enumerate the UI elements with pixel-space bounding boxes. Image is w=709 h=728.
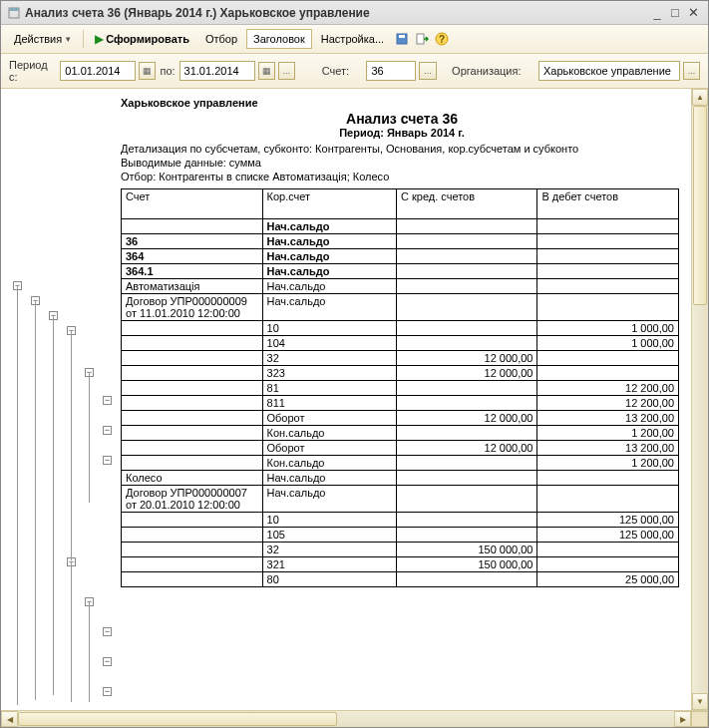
period-to-label: по: xyxy=(160,65,175,77)
cell-coraccount: 321 xyxy=(262,557,396,572)
tree-toggle[interactable]: − xyxy=(103,456,112,465)
cell-account xyxy=(122,426,263,441)
vertical-scrollbar[interactable]: ▲ ▼ xyxy=(691,89,708,710)
maximize-button[interactable]: □ xyxy=(666,5,684,20)
cell-debit xyxy=(537,557,679,572)
cell-coraccount: Оборот xyxy=(262,441,396,456)
cell-account xyxy=(122,513,263,528)
tree-toggle[interactable]: − xyxy=(103,426,112,435)
table-header-row: Счет Кор.счет С кред. счетов В дебет сче… xyxy=(122,189,679,219)
col-debit: В дебет счетов xyxy=(537,189,679,219)
cell-debit: 1 000,00 xyxy=(537,336,679,351)
cell-coraccount: Нач.сальдо xyxy=(262,486,396,513)
period-from-field[interactable] xyxy=(60,61,136,81)
scroll-track[interactable] xyxy=(692,106,708,693)
table-row: 32312 000,00 xyxy=(122,366,679,381)
cell-account xyxy=(122,411,263,426)
cell-debit xyxy=(537,543,679,557)
period-from-label: Период с: xyxy=(9,59,56,83)
cell-debit xyxy=(537,471,679,486)
cell-coraccount: Нач.сальдо xyxy=(262,264,396,279)
cell-account xyxy=(122,528,263,543)
export-icon[interactable] xyxy=(413,30,431,48)
scroll-left-button[interactable]: ◀ xyxy=(1,711,18,727)
scroll-down-button[interactable]: ▼ xyxy=(692,693,708,710)
tree-toggle[interactable]: − xyxy=(103,657,112,666)
help-icon[interactable]: ? xyxy=(433,30,451,48)
cell-coraccount: Нач.сальдо xyxy=(262,471,396,486)
col-account: Счет xyxy=(122,189,263,219)
cell-credit xyxy=(396,234,537,249)
tree-gutter: − − − − − − − − − − − − − xyxy=(1,89,121,710)
table-row: 81112 200,00 xyxy=(122,396,679,411)
actions-menu[interactable]: Действия▼ xyxy=(7,29,79,49)
cell-credit xyxy=(396,456,537,471)
cell-account: Договор УПР000000007 от 20.01.2010 12:00… xyxy=(122,486,263,513)
cell-account xyxy=(122,543,263,557)
org-input[interactable] xyxy=(539,63,679,79)
tree-toggle[interactable]: − xyxy=(103,627,112,636)
close-button[interactable]: ✕ xyxy=(684,5,702,20)
cell-debit: 12 200,00 xyxy=(537,396,679,411)
cell-account xyxy=(122,336,263,351)
scroll-thumb[interactable] xyxy=(693,106,707,305)
svg-rect-3 xyxy=(399,35,405,38)
calendar-to-button[interactable]: ▦ xyxy=(258,62,275,80)
settings-button[interactable]: Настройка... xyxy=(314,29,391,49)
header-label: Заголовок xyxy=(253,33,305,45)
cell-coraccount: 811 xyxy=(262,396,396,411)
col-coraccount: Кор.счет xyxy=(262,189,396,219)
cell-credit: 150 000,00 xyxy=(396,543,537,557)
cell-debit: 1 000,00 xyxy=(537,321,679,336)
org-label: Организация: xyxy=(452,65,521,77)
cell-credit xyxy=(396,486,537,513)
report-area: Харьковское управление Анализ счета 36 П… xyxy=(121,89,691,710)
cell-coraccount: Нач.сальдо xyxy=(262,234,396,249)
cell-coraccount: 105 xyxy=(262,528,396,543)
account-input[interactable] xyxy=(367,63,415,79)
table-row: 8025 000,00 xyxy=(122,572,679,587)
cell-coraccount: 32 xyxy=(262,543,396,557)
cell-coraccount: Кон.сальдо xyxy=(262,426,396,441)
org-select-button[interactable]: ... xyxy=(683,62,700,80)
tree-toggle[interactable]: − xyxy=(103,687,112,696)
period-to-input[interactable] xyxy=(180,63,254,79)
period-select-button[interactable]: ... xyxy=(278,62,295,80)
cell-debit: 125 000,00 xyxy=(537,513,679,528)
cell-debit: 1 200,00 xyxy=(537,426,679,441)
period-from-input[interactable] xyxy=(61,63,135,79)
cell-coraccount: 323 xyxy=(262,366,396,381)
cell-debit xyxy=(537,294,679,321)
scroll-thumb-h[interactable] xyxy=(18,712,337,726)
form-button[interactable]: ▶Сформировать xyxy=(88,28,196,50)
cell-credit xyxy=(396,321,537,336)
filter-button[interactable]: Отбор xyxy=(198,29,244,49)
minimize-button[interactable]: _ xyxy=(648,5,666,20)
window-title: Анализ счета 36 (Январь 2014 г.) Харьков… xyxy=(25,6,648,20)
report-title: Анализ счета 36 xyxy=(121,111,683,127)
header-button[interactable]: Заголовок xyxy=(246,29,312,49)
table-row: КолесоНач.сальдо xyxy=(122,471,679,486)
scroll-up-button[interactable]: ▲ xyxy=(692,89,708,106)
account-select-button[interactable]: ... xyxy=(419,62,436,80)
cell-credit xyxy=(396,528,537,543)
account-field[interactable] xyxy=(366,61,416,81)
cell-credit xyxy=(396,264,537,279)
cell-coraccount: 10 xyxy=(262,513,396,528)
cell-debit: 13 200,00 xyxy=(537,411,679,426)
scroll-right-button[interactable]: ▶ xyxy=(674,711,691,727)
tree-toggle[interactable]: − xyxy=(103,396,112,405)
cell-account: Автоматизація xyxy=(122,279,263,294)
table-row: 8112 200,00 xyxy=(122,381,679,396)
period-to-field[interactable] xyxy=(179,61,255,81)
save-icon[interactable] xyxy=(393,30,411,48)
table-row: Кон.сальдо1 200,00 xyxy=(122,426,679,441)
calendar-from-button[interactable]: ▦ xyxy=(139,62,156,80)
table-row: 101 000,00 xyxy=(122,321,679,336)
org-field[interactable] xyxy=(538,61,680,81)
horizontal-scrollbar[interactable]: ◀ ▶ xyxy=(1,710,708,727)
cell-debit xyxy=(537,351,679,366)
table-row: Оборот12 000,0013 200,00 xyxy=(122,411,679,426)
scroll-track-h[interactable] xyxy=(18,711,674,727)
report-detail: Детализация по субсчетам, субконто: Конт… xyxy=(121,143,683,155)
